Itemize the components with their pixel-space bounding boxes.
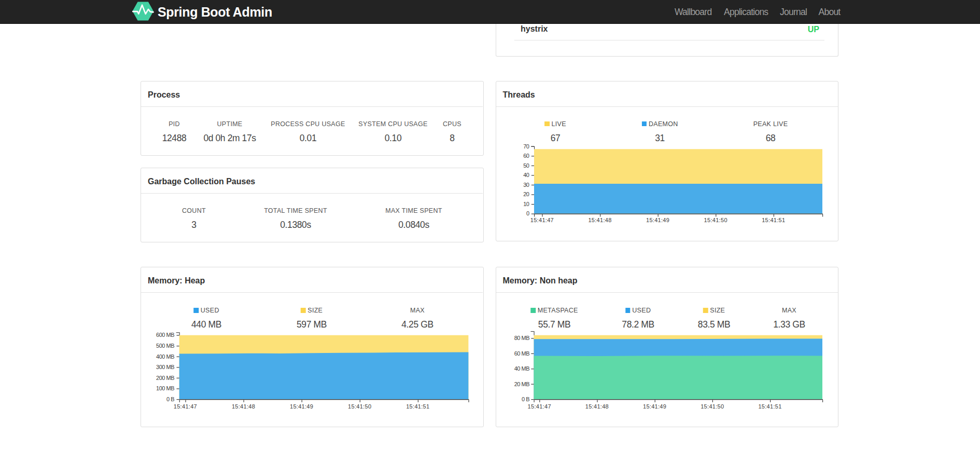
svg-text:15:41:49: 15:41:49 — [643, 403, 666, 410]
svg-text:0 B: 0 B — [522, 396, 529, 402]
svg-text:500 MB: 500 MB — [156, 343, 174, 349]
svg-text:200 MB: 200 MB — [156, 375, 174, 381]
svg-text:15:41:47: 15:41:47 — [528, 403, 551, 410]
svg-text:15:41:48: 15:41:48 — [232, 403, 255, 410]
svg-text:15:41:48: 15:41:48 — [585, 403, 609, 410]
svg-text:600 MB: 600 MB — [156, 332, 174, 338]
svg-text:20 MB: 20 MB — [514, 381, 529, 387]
svg-text:0: 0 — [526, 210, 529, 216]
svg-text:20: 20 — [523, 191, 529, 197]
svg-text:80 MB: 80 MB — [514, 335, 529, 341]
svg-text:15:41:49: 15:41:49 — [646, 217, 669, 223]
svg-text:15:41:51: 15:41:51 — [406, 403, 429, 410]
svg-text:70: 70 — [523, 143, 529, 149]
svg-text:60 MB: 60 MB — [514, 350, 529, 357]
svg-text:15:41:51: 15:41:51 — [762, 217, 785, 223]
svg-text:400 MB: 400 MB — [156, 353, 174, 360]
svg-text:300 MB: 300 MB — [156, 364, 174, 370]
svg-text:15:41:51: 15:41:51 — [758, 403, 781, 410]
svg-text:40: 40 — [523, 172, 529, 178]
svg-text:15:41:50: 15:41:50 — [701, 403, 724, 410]
svg-text:10: 10 — [523, 201, 529, 207]
svg-text:15:41:50: 15:41:50 — [348, 403, 371, 410]
svg-text:40 MB: 40 MB — [514, 365, 529, 372]
svg-text:60: 60 — [523, 153, 529, 159]
svg-text:50: 50 — [523, 162, 529, 169]
svg-text:0 B: 0 B — [166, 396, 174, 402]
svg-text:15:41:50: 15:41:50 — [704, 217, 727, 223]
svg-text:15:41:47: 15:41:47 — [174, 403, 197, 410]
svg-text:100 MB: 100 MB — [156, 385, 174, 391]
svg-text:30: 30 — [523, 182, 529, 188]
svg-text:15:41:48: 15:41:48 — [588, 217, 611, 223]
svg-text:15:41:47: 15:41:47 — [530, 217, 554, 223]
svg-text:15:41:49: 15:41:49 — [290, 403, 313, 410]
